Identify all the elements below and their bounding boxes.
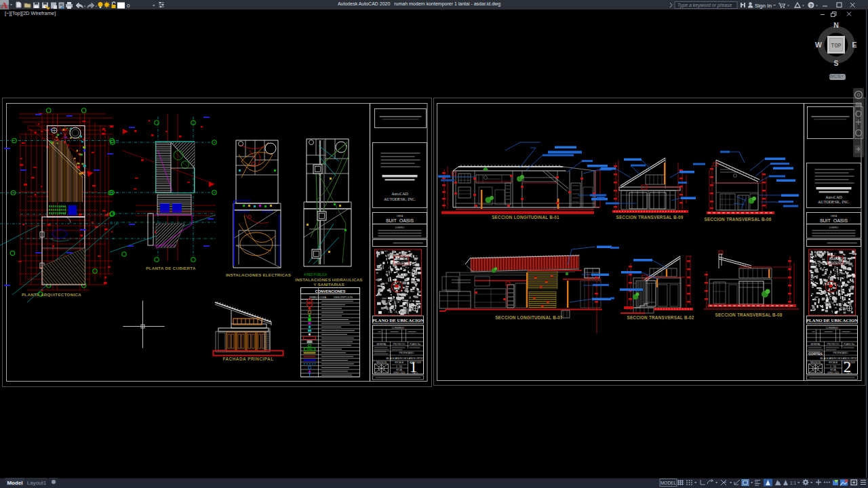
svg-text:SIMBOLOGIA: SIMBOLOGIA — [309, 296, 326, 299]
svg-text:PLANO DE UBICACION: PLANO DE UBICACION — [372, 318, 424, 323]
svg-text:EL SILENCIO: EL SILENCIO — [391, 261, 412, 265]
svg-text:MODEL: MODEL — [660, 481, 677, 485]
svg-text:N: N — [833, 21, 839, 29]
svg-text:AutoCAD: AutoCAD — [391, 192, 408, 196]
svg-text:W: W — [815, 41, 822, 49]
svg-text:Model: Model — [7, 480, 22, 486]
svg-text:DE 10: DE 10 — [413, 372, 418, 375]
svg-text:PLANO No.: PLANO No. — [844, 343, 855, 346]
svg-text:ESCALA: ESCALA — [829, 361, 837, 364]
svg-text:ESCALA: ESCALA — [395, 361, 403, 364]
svg-text:JUNIO 2020: JUNIO 2020 — [393, 371, 406, 374]
svg-text:EL SILENCIO: EL SILENCIO — [825, 261, 846, 265]
svg-text:TOP: TOP — [831, 43, 841, 49]
svg-text:1 : 50: 1 : 50 — [396, 365, 402, 368]
svg-text:SUIT OASIS: SUIT OASIS — [820, 218, 848, 223]
svg-text:JUNIO 2020: JUNIO 2020 — [827, 371, 840, 374]
svg-text:Y SANITARIAS: Y SANITARIAS — [313, 282, 344, 287]
svg-text:PROPIETARIO:: PROPIETARIO: — [399, 352, 415, 354]
svg-text:A RED PÚBLICA: A RED PÚBLICA — [304, 272, 327, 277]
svg-text:DISEÑO: DISEÑO — [829, 226, 839, 229]
svg-text:CONVENIO: CONVENIO — [826, 327, 839, 329]
svg-text:REVISION: REVISION — [810, 361, 821, 364]
svg-text:PLANTA DE CUBIERTA: PLANTA DE CUBIERTA — [146, 266, 196, 270]
svg-text:SECCION TRANSVERSAL B-02: SECCION TRANSVERSAL B-02 — [627, 315, 694, 320]
svg-text:PLANTA ARQUITECTONICA: PLANTA ARQUITECTONICA — [22, 292, 81, 297]
svg-text:PROPIETARIO:: PROPIETARIO: — [833, 352, 849, 354]
svg-text:DE 10: DE 10 — [847, 372, 852, 375]
svg-text:PLANO DE UBICACION: PLANO DE UBICACION — [806, 318, 858, 323]
svg-text:ML ALEJANDRO BOLAÑOS ORTIZ: ML ALEJANDRO BOLAÑOS ORTIZ — [820, 357, 856, 360]
svg-text:SECCION TRANSVERSAL B-08: SECCION TRANSVERSAL B-08 — [715, 312, 782, 317]
svg-text:SECCION LONGITUDINAL B-01: SECCION LONGITUDINAL B-01 — [492, 215, 559, 220]
svg-text:CONVENCIONES: CONVENCIONES — [315, 289, 346, 293]
svg-text:FACHADA PRINCIPAL: FACHADA PRINCIPAL — [222, 357, 273, 361]
svg-text:SUIT OASIS: SUIT OASIS — [386, 218, 414, 223]
svg-text:GENERAL: GENERAL — [376, 343, 387, 346]
svg-text:OBRA: OBRA — [831, 215, 838, 218]
svg-text:REVISION: REVISION — [376, 361, 387, 364]
svg-text:AutoCAD: AutoCAD — [825, 195, 842, 199]
svg-text:GENERAL: GENERAL — [810, 343, 821, 346]
svg-text:E: E — [852, 41, 856, 49]
svg-text:AUTODESK, INC.: AUTODESK, INC. — [384, 197, 416, 201]
svg-text:1 : 50: 1 : 50 — [830, 365, 836, 368]
svg-text:INSTALACIONES ELECTRICAS: INSTALACIONES ELECTRICAS — [226, 272, 291, 277]
svg-text:WCS: WCS — [829, 73, 841, 79]
svg-text:INSTALACIONES HIDRAULICAS: INSTALACIONES HIDRAULICAS — [295, 277, 362, 282]
svg-text:OBRA: OBRA — [397, 215, 404, 218]
svg-text:AUTODESK, INC.: AUTODESK, INC. — [818, 200, 850, 204]
svg-text:CONVENIO: CONVENIO — [392, 327, 405, 329]
svg-text:ML ALEJANDRO BOLAÑOS ORTIZ: ML ALEJANDRO BOLAÑOS ORTIZ — [386, 357, 422, 360]
svg-text:DESCRIPCION: DESCRIPCION — [334, 296, 353, 299]
svg-text:Layout1: Layout1 — [27, 480, 47, 486]
svg-text:SECCION TRANSVERSAL B-06: SECCION TRANSVERSAL B-06 — [704, 217, 771, 222]
svg-text:PROYECTO: PROYECTO — [393, 343, 406, 346]
svg-text:SECCION LONGITUDINAL B-07: SECCION LONGITUDINAL B-07 — [495, 315, 563, 320]
svg-text:SECCION TRANSVERSAL B-09: SECCION TRANSVERSAL B-09 — [616, 215, 683, 220]
svg-text:PLANO No.: PLANO No. — [410, 343, 421, 346]
svg-text:PROYECTO: PROYECTO — [827, 343, 840, 346]
svg-text:CORTES: CORTES — [808, 352, 823, 356]
svg-text:S: S — [833, 59, 838, 67]
svg-text:1:1: 1:1 — [790, 481, 796, 485]
svg-text:DISEÑO: DISEÑO — [395, 226, 405, 229]
